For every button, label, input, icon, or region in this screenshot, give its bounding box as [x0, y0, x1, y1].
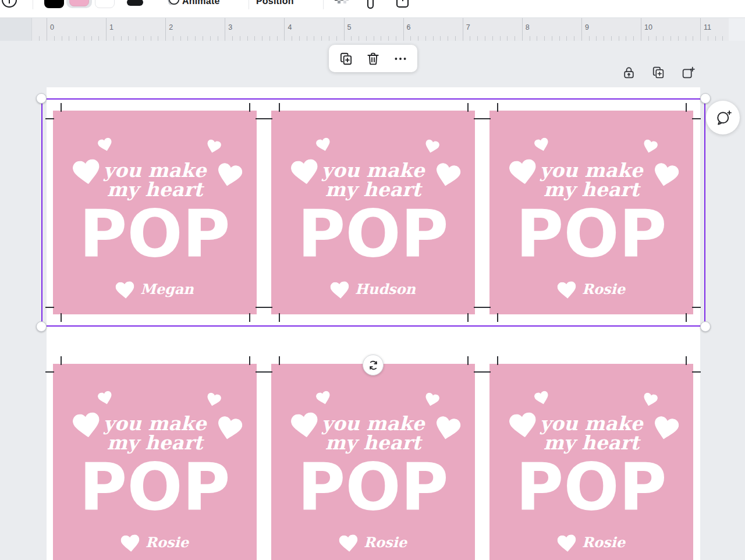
rotate-handle[interactable]	[363, 355, 384, 375]
duplicate-page-button[interactable]	[651, 65, 666, 80]
toolbar-divider	[323, 0, 324, 9]
valentine-card[interactable]: you make my heart POP Rosie	[271, 364, 475, 560]
more-button[interactable]	[391, 49, 410, 69]
selection-box[interactable]	[41, 98, 705, 327]
heart-icon	[205, 392, 222, 407]
ruler-minor-tick	[195, 36, 196, 41]
ruler-inch-tick	[522, 18, 523, 41]
ruler-minor-tick	[722, 36, 723, 41]
transparency-checkerboard-icon[interactable]	[335, 0, 349, 9]
ruler-minor-tick	[448, 36, 448, 41]
ruler-minor-tick	[492, 36, 493, 41]
ruler-minor-tick	[611, 36, 612, 41]
ruler-minor-tick	[530, 36, 530, 41]
valentine-card[interactable]: you make my heart POP Rosie	[53, 364, 257, 560]
ruler-minor-tick	[269, 36, 270, 41]
animate-icon[interactable]	[165, 0, 180, 8]
selection-handle-bottom-left[interactable]	[36, 321, 47, 332]
card-name: Rosie	[146, 534, 189, 551]
crop-mark	[45, 371, 54, 373]
ruler-corner	[0, 18, 32, 41]
duplicate-page-icon	[651, 65, 666, 80]
ruler-minor-tick	[151, 36, 151, 41]
ruler-label: 8	[526, 23, 530, 31]
ruler-minor-tick	[470, 36, 470, 41]
card-name-row: Rosie	[489, 529, 693, 555]
add-comment-button[interactable]	[706, 101, 740, 134]
ruler-label: 11	[704, 23, 711, 31]
ruler-minor-tick	[686, 36, 686, 41]
partial-circle-icon-stem	[9, 0, 10, 3]
animate-button[interactable]: Animate	[182, 0, 220, 6]
selection-handle-bottom-right[interactable]	[700, 321, 711, 332]
ruler-minor-tick	[396, 36, 396, 41]
card-pop-text: POP	[53, 451, 257, 522]
ruler-label: 0	[50, 23, 54, 31]
crop-mark	[264, 371, 272, 373]
selection-handle-top-right[interactable]	[700, 93, 711, 104]
ruler-overflow-area	[729, 18, 745, 41]
lock-toolbar-icon[interactable]	[396, 0, 409, 8]
valentine-card[interactable]: you make my heart POP Rosie	[489, 364, 693, 560]
ruler-minor-tick	[544, 36, 545, 41]
ruler-minor-tick	[477, 36, 478, 41]
ruler-label: 4	[288, 23, 292, 31]
ruler-minor-tick	[633, 36, 634, 41]
card-line1: you make	[271, 414, 475, 434]
copy-style-roller-icon[interactable]	[367, 0, 374, 9]
ruler-minor-tick	[537, 36, 537, 41]
ruler-minor-tick	[113, 36, 114, 41]
lock-page-button[interactable]	[621, 65, 636, 80]
ruler-label: 5	[347, 23, 352, 31]
add-page-button[interactable]	[680, 65, 696, 80]
position-button[interactable]: Position	[256, 0, 294, 6]
ruler-minor-tick	[410, 36, 411, 41]
ruler-minor-tick	[91, 36, 92, 41]
ruler-minor-tick	[121, 36, 122, 41]
duplicate-button[interactable]	[336, 49, 356, 69]
selection-handle-top-left[interactable]	[36, 93, 47, 104]
card-name: Rosie	[582, 534, 625, 551]
ruler-label: 9	[585, 23, 589, 31]
ruler-minor-tick	[596, 36, 597, 41]
ruler-minor-tick	[210, 36, 211, 41]
crop-mark	[474, 371, 483, 373]
line-style-icon[interactable]	[127, 0, 143, 6]
ruler-minor-tick	[663, 36, 664, 41]
ruler-label: 7	[466, 23, 470, 31]
black-color-swatch[interactable]	[44, 0, 64, 8]
more-icon	[393, 51, 408, 66]
ruler-minor-tick	[232, 36, 233, 41]
ruler-minor-tick	[500, 36, 501, 41]
crop-mark	[497, 356, 498, 365]
card-name: Rosie	[364, 534, 407, 551]
ruler-minor-tick	[292, 36, 292, 41]
ruler-minor-tick	[619, 36, 619, 41]
ruler-minor-tick	[136, 36, 136, 41]
ruler-inch-tick	[581, 18, 582, 41]
ruler-label: 2	[169, 23, 173, 31]
ruler-minor-tick	[670, 36, 671, 41]
ruler-inch-tick	[225, 18, 225, 41]
ruler-minor-tick	[277, 36, 278, 41]
ruler-minor-tick	[203, 36, 203, 41]
white-color-swatch[interactable]	[95, 0, 115, 8]
ruler-minor-tick	[559, 36, 560, 41]
ruler-minor-tick	[84, 36, 84, 41]
card-line1: you make	[489, 414, 693, 434]
ruler-minor-tick	[715, 36, 716, 41]
ruler-minor-tick	[76, 36, 77, 41]
ruler-minor-tick	[218, 36, 218, 41]
delete-button[interactable]	[363, 49, 383, 69]
ruler-minor-tick	[314, 36, 314, 41]
ruler-minor-tick	[254, 36, 255, 41]
card-line1: you make	[53, 414, 257, 434]
ruler-minor-tick	[566, 36, 567, 41]
ruler-minor-tick	[656, 36, 657, 41]
heart-icon	[642, 392, 659, 407]
ruler-minor-tick	[299, 36, 300, 41]
add-page-icon	[681, 65, 696, 80]
ruler-minor-tick	[307, 36, 307, 41]
ruler-minor-tick	[262, 36, 262, 41]
pink-color-swatch[interactable]	[69, 0, 89, 6]
